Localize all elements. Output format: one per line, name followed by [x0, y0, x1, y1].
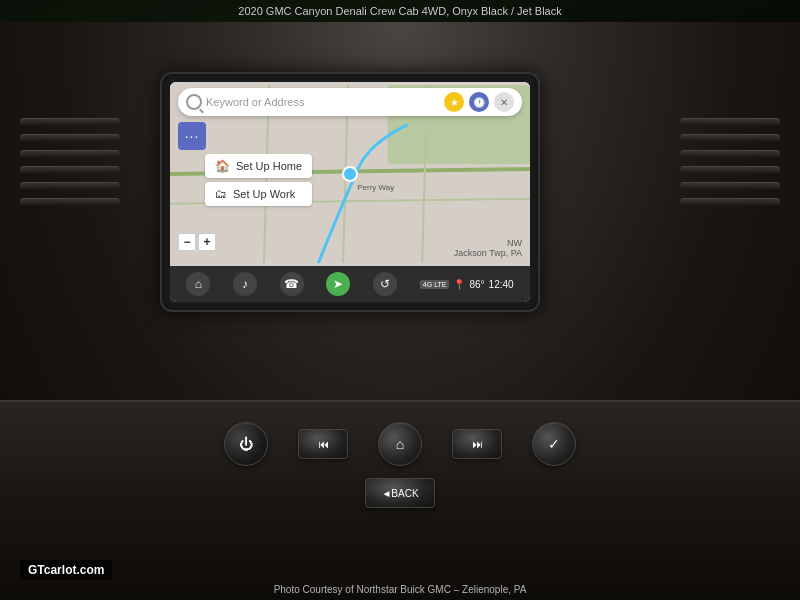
back-label: ◄BACK [381, 488, 418, 499]
title-bar: 2020 GMC Canyon Denali Crew Cab 4WD, Ony… [0, 0, 800, 22]
zoom-in-button[interactable]: + [198, 233, 216, 251]
power-button[interactable]: ⏻ [224, 422, 268, 466]
fast-forward-icon: ⏭ [472, 438, 483, 450]
back-button[interactable]: ◄BACK [365, 478, 435, 508]
rewind-icon: ⏮ [318, 438, 329, 450]
check-icon: ✓ [548, 436, 560, 452]
home-control-button[interactable]: ⌂ [378, 422, 422, 466]
power-icon: ⏻ [239, 436, 253, 452]
recent-button[interactable]: 🕐 [469, 92, 489, 112]
left-vent [20, 82, 120, 242]
search-placeholder: Keyword or Address [206, 96, 444, 108]
check-button[interactable]: ✓ [532, 422, 576, 466]
menu-dots-button[interactable]: ··· [178, 122, 206, 150]
direction-label: NW [454, 238, 522, 248]
street-label: Perry Way [357, 183, 394, 192]
location-text: NW Jackson Twp, PA [454, 238, 522, 258]
zoom-out-button[interactable]: − [178, 233, 196, 251]
set-up-work-button[interactable]: 🗂 Set Up Work [205, 182, 312, 206]
location-dot [342, 166, 358, 182]
search-bar: Keyword or Address ★ 🕐 ✕ [178, 88, 522, 116]
set-up-home-label: Set Up Home [236, 160, 302, 172]
favorite-button[interactable]: ★ [444, 92, 464, 112]
media-controls: ⏻ ⏮ ⌂ ⏭ ✓ [224, 422, 576, 466]
page-title: 2020 GMC Canyon Denali Crew Cab 4WD, Ony… [10, 5, 790, 17]
dashboard: ⏻ ⏮ ⌂ ⏭ ✓ ◄BACK [0, 400, 800, 600]
set-up-work-label: Set Up Work [233, 188, 295, 200]
home-icon: 🏠 [215, 159, 230, 173]
screen-bezel: Keyword or Address ★ 🕐 ✕ ··· 🏠 Set Up H [160, 72, 540, 312]
zoom-controls: − + [178, 233, 216, 251]
app-status-icon[interactable]: ↺ [373, 272, 397, 296]
watermark: GTcarlot.com [20, 560, 112, 580]
clock: 12:40 [489, 279, 514, 290]
dots-icon: ··· [185, 128, 200, 144]
phone-status-icon[interactable]: ☎ [280, 272, 304, 296]
search-actions: ★ 🕐 ✕ [444, 92, 514, 112]
gps-icon: 📍 [453, 279, 465, 290]
secondary-controls: ◄BACK [365, 478, 435, 508]
status-right: 4G LTE 📍 86° 12:40 [420, 279, 514, 290]
photo-caption: Photo Courtesy of Northstar Buick GMC – … [0, 584, 800, 595]
fast-forward-button[interactable]: ⏭ [452, 429, 502, 459]
nav-menu: 🏠 Set Up Home 🗂 Set Up Work [205, 154, 312, 206]
lte-badge: 4G LTE [420, 280, 450, 289]
temperature: 86° [469, 279, 484, 290]
interior-area: Keyword or Address ★ 🕐 ✕ ··· 🏠 Set Up H [0, 22, 800, 600]
set-up-home-button[interactable]: 🏠 Set Up Home [205, 154, 312, 178]
close-search-button[interactable]: ✕ [494, 92, 514, 112]
map-area: Keyword or Address ★ 🕐 ✕ ··· 🏠 Set Up H [170, 82, 530, 266]
status-bar: ⌂ ♪ ☎ ➤ ↺ 4G LTE 📍 86° 12:40 [170, 266, 530, 302]
home-status-icon[interactable]: ⌂ [186, 272, 210, 296]
home-control-icon: ⌂ [396, 436, 404, 452]
right-vent [680, 82, 780, 242]
work-icon: 🗂 [215, 187, 227, 201]
rewind-button[interactable]: ⏮ [298, 429, 348, 459]
infotainment-screen: Keyword or Address ★ 🕐 ✕ ··· 🏠 Set Up H [170, 82, 530, 302]
city-label: Jackson Twp, PA [454, 248, 522, 258]
search-icon [186, 94, 202, 110]
music-status-icon[interactable]: ♪ [233, 272, 257, 296]
nav-status-icon[interactable]: ➤ [326, 272, 350, 296]
